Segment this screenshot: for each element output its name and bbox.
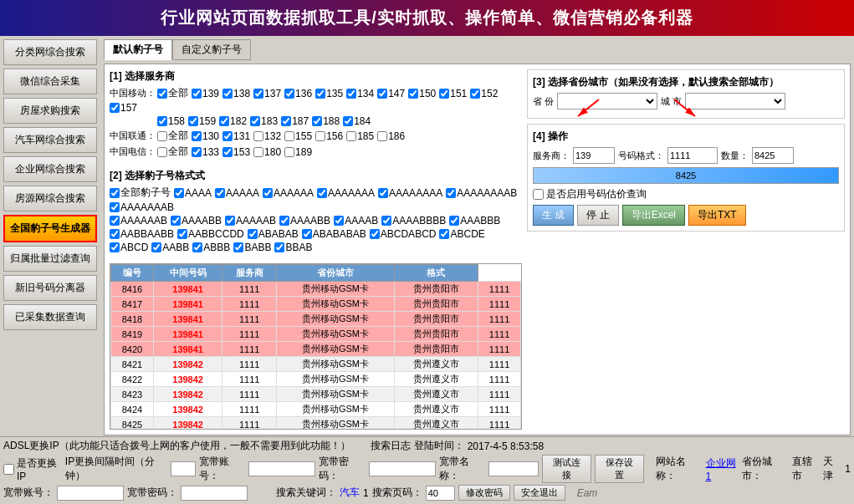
modify-pwd-button[interactable]: 修改密码 (458, 485, 510, 501)
table-row[interactable]: 8416 139841 1111 贵州移动GSM卡 贵州贵阳市 1111 (111, 282, 521, 297)
tab-default[interactable]: 默认豹子号 (104, 39, 172, 60)
table-row[interactable]: 8417 139841 1111 贵州移动GSM卡 贵州贵阳市 1111 (111, 297, 521, 312)
table-row[interactable]: 8420 139841 1111 贵州移动GSM卡 贵州贵阳市 1111 (111, 342, 521, 357)
cell-format: 1111 (478, 282, 521, 297)
operation-section-title: [4] 操作 (533, 130, 839, 144)
enable-ip-checkbox[interactable] (3, 464, 14, 475)
status-row2: 是否更换IP IP更换间隔时间（分钟） 宽带账号： 宽带密码： 宽带名称： 测试… (3, 455, 851, 483)
cell-format: 1111 (478, 327, 521, 342)
provider-label: 服务商： (533, 150, 570, 162)
province-city-row: 省 份 城 市 (533, 93, 839, 109)
col-format: 格式 (394, 265, 478, 282)
sidebar-item-leopard[interactable]: 全国豹子号生成器 (3, 215, 97, 242)
sidebar-item-classify[interactable]: 分类网综合搜索 (3, 39, 97, 65)
website-value[interactable]: 企业网1 (706, 456, 739, 482)
col-number: 中间号码 (153, 265, 222, 282)
cell-city: 贵州遵义市 (394, 417, 478, 430)
cell-number: 139842 (153, 387, 222, 402)
cell-id: 8424 (111, 402, 154, 417)
cell-city: 贵州贵阳市 (394, 282, 478, 297)
format-section-title: [2] 选择豹子号格式式 (110, 169, 522, 183)
sidebar-item-collected[interactable]: 已采集数据查询 (3, 304, 97, 330)
tab-custom[interactable]: 自定义豹子号 (172, 39, 251, 60)
sidebar-item-filter[interactable]: 归属批量过滤查询 (3, 246, 97, 272)
account-input2[interactable] (57, 486, 124, 501)
password-input[interactable] (369, 461, 436, 476)
format-row1: 全部豹子号 AAAA AAAAA AAAAAA AAAAAAA AAAAAAAA… (110, 186, 522, 213)
sidebar-item-car[interactable]: 汽车网综合搜索 (3, 127, 97, 153)
right-config: [3] 选择省份城市（如果没有选择，默认搜索全部城市） 省 份 城 市 (527, 69, 845, 430)
stop-button[interactable]: 停 止 (577, 205, 618, 226)
sidebar-item-realestate[interactable]: 房源网综合搜索 (3, 186, 97, 211)
cell-number: 139842 (153, 372, 222, 387)
keyword-num: 1 (363, 487, 369, 499)
cell-provider: 贵州移动GSM卡 (277, 282, 395, 297)
format-row3: AABBAABB AABBCCDD ABABAB ABABABAB ABCDAB… (110, 228, 522, 253)
cell-number: 139841 (153, 282, 222, 297)
panel-body: [1] 选择服务商 中国移动： 全部 139 138 137 136 135 1… (104, 64, 851, 435)
cell-provider: 贵州移动GSM卡 (277, 387, 395, 402)
sidebar: 分类网综合搜索 微信综合采集 房屋求购搜索 汽车网综合搜索 企业网综合搜索 房源… (0, 36, 100, 436)
service-section: [1] 选择服务商 中国移动： 全部 139 138 137 136 135 1… (110, 69, 522, 160)
cell-number: 139841 (153, 312, 222, 327)
table-row[interactable]: 8422 139842 1111 贵州移动GSM卡 贵州遵义市 1111 (111, 372, 521, 387)
cell-id: 8419 (111, 327, 154, 342)
account-input[interactable] (248, 461, 315, 476)
main-panel: 默认豹子号 自定义豹子号 [1] 选择服务商 中国移动： 全部 139 138 (100, 36, 854, 436)
account-label2: 宽带账号： (3, 486, 54, 500)
cell-provider: 贵州移动GSM卡 (277, 357, 395, 372)
export-excel-button[interactable]: 导出Excel (622, 205, 685, 226)
cell-code: 1111 (222, 282, 277, 297)
cell-id: 8417 (111, 297, 154, 312)
province-section: [3] 选择省份城市（如果没有选择，默认搜索全部城市） 省 份 城 市 (527, 69, 845, 119)
password-label: 宽带密码： (319, 455, 366, 483)
interval-input[interactable] (171, 461, 196, 476)
telecom-row: 中国电信： 全部 133 153 180 189 (110, 145, 522, 159)
city-num: 1 (845, 463, 851, 475)
col-provider: 服务商 (222, 265, 277, 282)
login-time: 2017-4-5 8:53:58 (468, 440, 544, 452)
table-row[interactable]: 8418 139841 1111 贵州移动GSM卡 贵州贵阳市 1111 (111, 312, 521, 327)
keyword-label: 搜索关键词： (276, 486, 336, 500)
sidebar-item-house[interactable]: 房屋求购搜索 (3, 98, 97, 124)
format-input[interactable] (667, 147, 718, 164)
cell-format: 1111 (478, 357, 521, 372)
cell-format: 1111 (478, 402, 521, 417)
sidebar-item-enterprise[interactable]: 企业网综合搜索 (3, 156, 97, 182)
col-city: 省份城市 (277, 265, 395, 282)
password-input2[interactable] (181, 486, 248, 501)
cell-city: 贵州贵阳市 (394, 312, 478, 327)
table-row[interactable]: 8419 139841 1111 贵州移动GSM卡 贵州贵阳市 1111 (111, 327, 521, 342)
save-settings-button[interactable]: 保存设置 (595, 455, 644, 483)
cell-city: 贵州贵阳市 (394, 327, 478, 342)
unicom-row: 中国联通： 全部 130 131 132 155 156 185 186 (110, 129, 522, 143)
city-select[interactable] (685, 93, 785, 109)
logout-button[interactable]: 安全退出 (514, 485, 565, 501)
eam-label: Eam (577, 487, 598, 499)
mobile-all[interactable]: 全部 (157, 86, 188, 100)
sidebar-item-separator[interactable]: 新旧号码分离器 (3, 275, 97, 301)
provider-input[interactable] (573, 147, 615, 164)
table-row[interactable]: 8423 139842 1111 贵州移动GSM卡 贵州遵义市 1111 (111, 387, 521, 402)
enable-price-checkbox[interactable] (533, 189, 544, 200)
generate-button[interactable]: 生 成 (533, 205, 574, 226)
cell-provider: 贵州移动GSM卡 (277, 297, 395, 312)
cell-provider: 贵州移动GSM卡 (277, 402, 395, 417)
cell-id: 8416 (111, 282, 154, 297)
page-input[interactable] (426, 486, 455, 501)
test-connect-button[interactable]: 测试连接 (542, 455, 591, 483)
name-input[interactable] (488, 461, 539, 476)
province-select[interactable] (557, 93, 657, 109)
keyword-value: 汽车 (340, 486, 360, 500)
sidebar-item-wechat[interactable]: 微信综合采集 (3, 69, 97, 94)
export-txt-button[interactable]: 导出TXT (688, 205, 746, 226)
progress-bar-container: 8425 (533, 167, 839, 184)
tab-bar: 默认豹子号 自定义豹子号 (104, 39, 851, 60)
table-row[interactable]: 8421 139842 1111 贵州移动GSM卡 贵州遵义市 1111 (111, 357, 521, 372)
table-row[interactable]: 8425 139842 1111 贵州移动GSM卡 贵州遵义市 1111 (111, 417, 521, 430)
count-input[interactable] (752, 147, 794, 164)
cell-city: 贵州贵阳市 (394, 297, 478, 312)
cell-city: 贵州贵阳市 (394, 342, 478, 357)
table-row[interactable]: 8424 139842 1111 贵州移动GSM卡 贵州遵义市 1111 (111, 402, 521, 417)
enable-price-label: 是否启用号码估价查询 (546, 187, 647, 201)
